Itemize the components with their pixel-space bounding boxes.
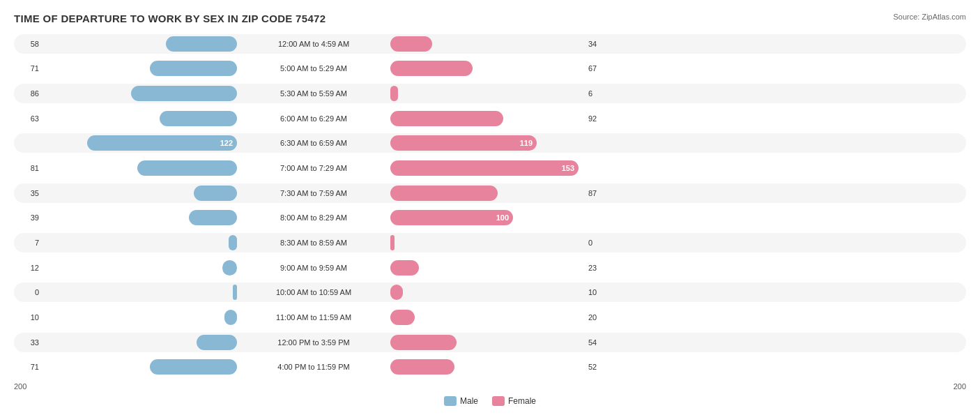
bar-row: 39 8:00 AM to 8:29 AM 100 (14, 208, 966, 227)
bar-row: 81 7:00 AM to 7:29 AM 153 (14, 158, 966, 178)
right-bar-area (390, 359, 585, 375)
male-bar (137, 160, 237, 176)
male-value: 86 (14, 89, 42, 98)
male-bar (189, 210, 237, 225)
right-bar-area (390, 235, 585, 250)
time-label: 6:30 AM to 6:59 AM (237, 139, 390, 147)
male-value: 33 (14, 338, 42, 347)
male-bar: 122 (87, 135, 237, 151)
source-label: Source: ZipAtlas.com (893, 13, 966, 21)
left-bar-area (42, 61, 237, 76)
female-value: 52 (585, 363, 613, 371)
female-value: 92 (585, 114, 613, 123)
time-label: 8:30 AM to 8:59 AM (237, 239, 390, 247)
female-bar: 100 (390, 210, 513, 225)
left-bar-area (42, 285, 237, 300)
bar-row: 58 12:00 AM to 4:59 AM 34 (14, 34, 966, 54)
female-bar (390, 86, 398, 101)
bar-row: 63 6:00 AM to 6:29 AM 92 (14, 109, 966, 128)
left-bar-area (42, 86, 237, 101)
female-value: 34 (585, 40, 613, 48)
female-bar (390, 235, 395, 250)
bar-row-wrapper: 35 7:30 AM to 7:59 AM 87 (14, 181, 966, 206)
female-value: 87 (585, 189, 613, 197)
female-value: 20 (585, 313, 613, 322)
right-bar-area (390, 111, 585, 126)
rows-wrapper: 58 12:00 AM to 4:59 AM 34 71 (14, 31, 966, 379)
bar-row: 86 5:30 AM to 5:59 AM 6 (14, 84, 966, 103)
right-bar-area (390, 285, 585, 300)
left-bar-area (42, 186, 237, 201)
male-bar (222, 260, 237, 276)
left-bar-area (42, 111, 237, 126)
female-value: 10 (585, 288, 613, 296)
female-bar (390, 186, 498, 201)
female-bar (390, 285, 403, 300)
male-value: 81 (14, 164, 42, 172)
left-bar-area (42, 235, 237, 250)
time-label: 7:30 AM to 7:59 AM (237, 189, 390, 197)
left-bar-area (42, 359, 237, 375)
time-label: 8:00 AM to 8:29 AM (237, 213, 390, 222)
time-label: 9:00 AM to 9:59 AM (237, 264, 390, 272)
time-label: 4:00 PM to 11:59 PM (237, 363, 390, 371)
bar-row-wrapper: 86 5:30 AM to 5:59 AM 6 (14, 81, 966, 106)
female-value: 23 (585, 264, 613, 272)
female-swatch (492, 396, 505, 406)
time-label: 12:00 PM to 3:59 PM (237, 338, 390, 347)
bar-row: 71 4:00 PM to 11:59 PM 52 (14, 357, 966, 377)
time-label: 5:30 AM to 5:59 AM (237, 89, 390, 98)
right-bar-area: 100 (390, 210, 585, 225)
legend-male: Male (444, 396, 478, 406)
bar-row-wrapper: 33 12:00 PM to 3:59 PM 54 (14, 330, 966, 355)
left-bar-area (42, 210, 237, 225)
bar-row: 71 5:00 AM to 5:29 AM 67 (14, 59, 966, 78)
bar-row: 0 10:00 AM to 10:59 AM 10 (14, 282, 966, 302)
left-bar-area (42, 36, 237, 52)
female-value: 54 (585, 338, 613, 347)
female-bar (390, 260, 419, 276)
male-bar (131, 86, 237, 101)
male-label: Male (460, 396, 478, 406)
time-label: 5:00 AM to 5:29 AM (237, 64, 390, 73)
male-swatch (444, 396, 457, 406)
female-value: 67 (585, 64, 613, 73)
male-bar (197, 335, 237, 350)
chart-inner: 58 12:00 AM to 4:59 AM 34 71 (14, 31, 966, 406)
male-bar (150, 359, 237, 375)
right-bar-area (390, 335, 585, 350)
female-label: Female (508, 396, 536, 406)
female-bar (390, 111, 503, 126)
right-bar-area (390, 36, 585, 52)
time-label: 6:00 AM to 6:29 AM (237, 114, 390, 123)
male-value: 12 (14, 264, 42, 272)
right-bar-area (390, 310, 585, 325)
male-value: 35 (14, 189, 42, 197)
left-bar-area (42, 160, 237, 176)
bar-row: 12 9:00 AM to 9:59 AM 23 (14, 258, 966, 278)
time-label: 11:00 AM to 11:59 AM (237, 313, 390, 322)
bar-row-wrapper: 12 9:00 AM to 9:59 AM 23 (14, 255, 966, 280)
male-value: 58 (14, 40, 42, 48)
bar-row: 10 11:00 AM to 11:59 AM 20 (14, 308, 966, 327)
time-label: 7:00 AM to 7:29 AM (237, 164, 390, 172)
male-value: 71 (14, 363, 42, 371)
male-bar (166, 36, 237, 52)
male-value: 63 (14, 114, 42, 123)
bar-row-wrapper: 10 11:00 AM to 11:59 AM 20 (14, 305, 966, 330)
bar-row-wrapper: 39 8:00 AM to 8:29 AM 100 (14, 205, 966, 230)
right-bar-area (390, 260, 585, 276)
male-value: 0 (14, 288, 42, 296)
male-bar (229, 235, 237, 250)
female-value: 0 (585, 239, 613, 247)
time-label: 10:00 AM to 10:59 AM (237, 288, 390, 296)
left-bar-area (42, 310, 237, 325)
male-value: 10 (14, 313, 42, 322)
female-bar (390, 36, 432, 52)
bar-row-wrapper: 7 8:30 AM to 8:59 AM 0 (14, 230, 966, 255)
female-bar (390, 310, 415, 325)
male-bar (194, 186, 237, 201)
bar-row: 7 8:30 AM to 8:59 AM 0 (14, 233, 966, 252)
right-bar-area: 119 (390, 135, 585, 151)
male-value: 7 (14, 239, 42, 247)
